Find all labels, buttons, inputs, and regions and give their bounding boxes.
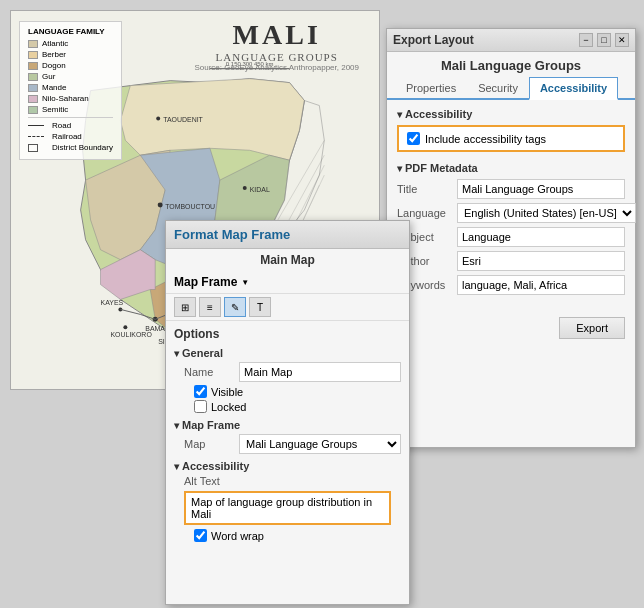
grid-icon[interactable]: ⊞ — [174, 297, 196, 317]
legend-label-mande: Mande — [42, 83, 66, 92]
svg-point-23 — [123, 325, 127, 329]
legend-color-dogon — [28, 62, 38, 70]
locked-checkbox[interactable] — [194, 400, 207, 413]
legend-label-dogon: Dogon — [42, 61, 66, 70]
legend-title: LANGUAGE FAMILY — [28, 27, 113, 36]
chevron-down-icon: ▼ — [241, 278, 249, 287]
legend-label-atlantic: Atlantic — [42, 39, 68, 48]
word-wrap-label: Word wrap — [211, 530, 264, 542]
include-tags-row: Include accessibility tags — [407, 132, 615, 145]
locked-label: Locked — [211, 401, 246, 413]
legend-color-berber — [28, 51, 38, 59]
options-section: Options General Name Visible Locked Map … — [166, 321, 409, 550]
format-panel-header: Format Map Frame — [166, 221, 409, 249]
svg-text:TOMBOUCTOU: TOMBOUCTOU — [165, 203, 215, 210]
alt-text-box: Map of language group distribution in Ma… — [184, 491, 391, 525]
svg-text:TAOUDENIT: TAOUDENIT — [163, 116, 203, 123]
visible-label: Visible — [211, 386, 243, 398]
legend-item: Semitic — [28, 105, 113, 114]
title-input[interactable] — [457, 179, 625, 199]
map-select[interactable]: Mali Language Groups — [239, 434, 401, 454]
tab-security[interactable]: Security — [467, 77, 529, 100]
legend-item: Gur — [28, 72, 113, 81]
author-input[interactable] — [457, 251, 625, 271]
legend-color-gur — [28, 73, 38, 81]
accessibility-section: Accessibility Include accessibility tags — [397, 108, 625, 152]
mapframe-label: Map Frame — [174, 275, 237, 289]
legend-label-nilosaharan: Nilo-Saharan — [42, 94, 89, 103]
tab-properties[interactable]: Properties — [395, 77, 467, 100]
map-label: Map — [184, 438, 239, 450]
visible-checkbox[interactable] — [194, 385, 207, 398]
format-panel-subtitle: Main Map — [166, 249, 409, 271]
text-icon[interactable]: T — [249, 297, 271, 317]
legend-color-nilosaharan — [28, 95, 38, 103]
format-panel-title: Format Map Frame — [174, 227, 290, 242]
svg-point-7 — [156, 116, 160, 120]
map-title: MALI — [194, 19, 359, 51]
format-map-frame-panel: Format Map Frame Main Map Map Frame ▼ ⊞ … — [165, 220, 410, 605]
subject-input[interactable] — [457, 227, 625, 247]
alt-text-value: Map of language group distribution in Ma… — [191, 496, 372, 520]
export-title: Export Layout — [393, 33, 474, 47]
svg-point-11 — [243, 186, 247, 190]
include-tags-checkbox[interactable] — [407, 132, 420, 145]
legend-label-gur: Gur — [42, 72, 55, 81]
legend-label-semitic: Semitic — [42, 105, 68, 114]
export-button[interactable]: Export — [559, 317, 625, 339]
word-wrap-checkbox[interactable] — [194, 529, 207, 542]
export-layout-panel: Export Layout − □ ✕ Mali Language Groups… — [386, 28, 636, 448]
author-row: Author — [397, 251, 625, 271]
list-icon[interactable]: ≡ — [199, 297, 221, 317]
titlebar-controls: − □ ✕ — [579, 33, 629, 47]
pdf-metadata-section: PDF Metadata Title Language English (Uni… — [397, 162, 625, 295]
legend-item: Atlantic — [28, 39, 113, 48]
export-titlebar: Export Layout − □ ✕ — [387, 29, 635, 52]
general-section-header: General — [174, 347, 401, 359]
map-source: Source: GeoEye Analytics Anthropapper, 2… — [194, 63, 359, 72]
legend-color-mande — [28, 84, 38, 92]
name-input[interactable] — [239, 362, 401, 382]
export-map-name: Mali Language Groups — [387, 52, 635, 77]
pencil-icon[interactable]: ✎ — [224, 297, 246, 317]
name-row: Name — [174, 362, 401, 382]
mapframe-section-label: Map Frame — [182, 419, 240, 431]
title-label: Title — [397, 183, 457, 195]
legend-railroad: Railroad — [28, 132, 113, 141]
language-select[interactable]: English (United States) [en-US] — [457, 203, 636, 223]
map-legend: LANGUAGE FAMILY Atlantic Berber Dogon Gu… — [19, 21, 122, 160]
export-content: Accessibility Include accessibility tags… — [387, 100, 635, 315]
minimize-button[interactable]: − — [579, 33, 593, 47]
word-wrap-row: Word wrap — [174, 529, 401, 542]
legend-boundary: District Boundary — [28, 143, 113, 152]
language-row: Language English (United States) [en-US] — [397, 203, 625, 223]
options-title: Options — [174, 327, 401, 341]
svg-text:KIDAL: KIDAL — [250, 186, 270, 193]
locked-row: Locked — [174, 400, 401, 413]
svg-point-9 — [158, 202, 163, 207]
visible-row: Visible — [174, 385, 401, 398]
legend-label-berber: Berber — [42, 50, 66, 59]
tab-accessibility[interactable]: Accessibility — [529, 77, 618, 100]
title-row: Title — [397, 179, 625, 199]
legend-item: Mande — [28, 83, 113, 92]
general-section-label: General — [182, 347, 223, 359]
maximize-button[interactable]: □ — [597, 33, 611, 47]
map-row: Map Mali Language Groups — [174, 434, 401, 454]
mapframe-section-header: Map Frame — [174, 419, 401, 431]
keywords-input[interactable] — [457, 275, 625, 295]
alt-text-label-row: Alt Text — [174, 475, 401, 487]
pdf-metadata-header: PDF Metadata — [397, 162, 625, 174]
keywords-row: Keywords — [397, 275, 625, 295]
pdf-metadata-label: PDF Metadata — [405, 162, 478, 174]
export-tabs: Properties Security Accessibility — [387, 77, 635, 100]
accessibility-box: Include accessibility tags — [397, 125, 625, 152]
toolbar-icons: ⊞ ≡ ✎ T — [166, 294, 409, 321]
close-button[interactable]: ✕ — [615, 33, 629, 47]
legend-road: Road — [28, 121, 113, 130]
legend-label-railroad: Railroad — [52, 132, 82, 141]
accessibility-section-label-format: Accessibility — [182, 460, 249, 472]
map-subtitle: LANGUAGE GROUPS — [194, 51, 359, 63]
accessibility-section-header-format: Accessibility — [174, 460, 401, 472]
map-title-area: MALI LANGUAGE GROUPS Source: GeoEye Anal… — [194, 19, 359, 72]
